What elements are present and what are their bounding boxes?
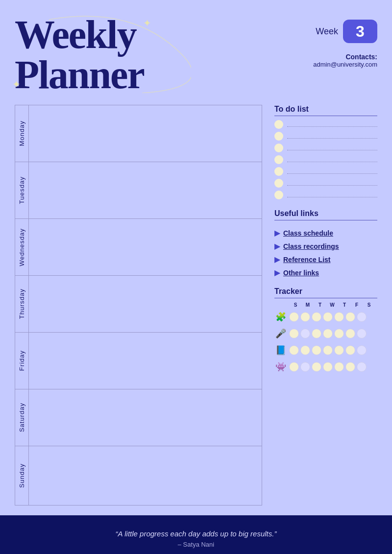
day-label-monday: Monday xyxy=(15,105,29,162)
footer: “A little progress each day adds up to b… xyxy=(0,515,392,554)
day-content-saturday[interactable] xyxy=(29,389,262,446)
week-label: Week xyxy=(316,26,338,37)
link-reference-list[interactable]: Reference List xyxy=(283,256,330,264)
tracker-dot[interactable] xyxy=(357,362,367,372)
link-class-recordings[interactable]: Class recordings xyxy=(283,242,339,250)
todo-dots-1 xyxy=(287,122,377,127)
day-content-monday[interactable] xyxy=(29,105,262,162)
link-item-class-recordings[interactable]: ▶ Class recordings xyxy=(274,241,377,251)
day-label-thursday: Thursday xyxy=(15,276,29,332)
cursor-icon-4: ▶ xyxy=(274,268,280,277)
contacts-email: admin@university.com xyxy=(313,61,377,68)
tracker-circles-4 xyxy=(289,362,367,372)
header-right: Week 3 Contacts: admin@university.com xyxy=(313,15,377,68)
tracker-icon-1: 🧩 xyxy=(274,311,287,323)
tracker-dot[interactable] xyxy=(289,312,299,322)
schedule: Monday Tuesday Wednesday Thursday xyxy=(15,105,262,506)
tracker-section: Tracker S M T W T F S 🧩 xyxy=(274,287,377,373)
tracker-dot[interactable] xyxy=(289,345,299,355)
tracker-dot[interactable] xyxy=(300,345,310,355)
day-content-sunday[interactable] xyxy=(29,446,262,505)
todo-dots-7 xyxy=(287,193,377,197)
todo-circle-1 xyxy=(274,120,283,129)
day-content-tuesday[interactable] xyxy=(29,162,262,218)
tracker-dot[interactable] xyxy=(334,345,344,355)
tracker-circles-2 xyxy=(289,329,367,338)
tracker-dot[interactable] xyxy=(334,329,344,338)
tracker-dot[interactable] xyxy=(334,362,344,372)
quote-author: – Satya Nani xyxy=(178,541,214,548)
tracker-dot[interactable] xyxy=(312,362,321,372)
todo-item-4 xyxy=(274,155,377,164)
week-badge: Week 3 xyxy=(313,20,377,43)
tracker-dot[interactable] xyxy=(312,312,321,322)
day-content-thursday[interactable] xyxy=(29,276,262,332)
tracker-dot[interactable] xyxy=(357,312,367,322)
day-label-saturday: Saturday xyxy=(15,389,29,446)
title-line2: Planner xyxy=(15,55,144,95)
day-row-friday: Friday xyxy=(15,333,262,389)
tracker-dot[interactable] xyxy=(300,312,310,322)
title-line1: Weekly xyxy=(15,15,144,55)
tracker-dot[interactable] xyxy=(323,312,333,322)
tracker-dot[interactable] xyxy=(289,362,299,372)
day-row-wednesday: Wednesday xyxy=(15,219,262,276)
tracker-dot[interactable] xyxy=(357,329,367,338)
tracker-dot[interactable] xyxy=(312,345,321,355)
tracker-dot[interactable] xyxy=(334,312,344,322)
link-item-class-schedule[interactable]: ▶ Class schedule xyxy=(274,228,377,238)
day-label-sunday: Sunday xyxy=(15,446,29,505)
tracker-dot[interactable] xyxy=(300,362,310,372)
tracker-dot[interactable] xyxy=(323,329,333,338)
tracker-row-4: 👾 xyxy=(274,361,377,373)
tracker-dot[interactable] xyxy=(345,345,355,355)
link-item-other-links[interactable]: ▶ Other links xyxy=(274,268,377,277)
contacts-label: Contacts: xyxy=(313,53,377,61)
sidebar: To do list xyxy=(274,105,377,506)
day-content-wednesday[interactable] xyxy=(29,219,262,275)
todo-item-7 xyxy=(274,191,377,199)
day-row-sunday: Sunday xyxy=(15,446,262,505)
tracker-section-title: Tracker xyxy=(274,287,377,298)
title-area: Weekly Planner ✦ ✦ xyxy=(15,15,144,95)
tracker-dot[interactable] xyxy=(357,345,367,355)
todo-circle-6 xyxy=(274,179,283,188)
tracker-dot[interactable] xyxy=(289,329,299,338)
todo-dots-4 xyxy=(287,157,377,162)
tracker-dot[interactable] xyxy=(323,362,333,372)
day-row-monday: Monday xyxy=(15,105,262,162)
tracker-row-2: 🎤 xyxy=(274,327,377,340)
tracker-dot[interactable] xyxy=(345,329,355,338)
tracker-dot[interactable] xyxy=(345,362,355,372)
todo-circle-7 xyxy=(274,191,283,199)
tracker-dot[interactable] xyxy=(323,345,333,355)
todo-section: To do list xyxy=(274,105,377,199)
main-layout: Monday Tuesday Wednesday Thursday xyxy=(15,105,377,506)
day-row-thursday: Thursday xyxy=(15,276,262,333)
tracker-icon-3: 📘 xyxy=(274,344,287,357)
todo-item-5 xyxy=(274,167,377,176)
tracker-dot[interactable] xyxy=(300,329,310,338)
tracker-icon-2: 🎤 xyxy=(274,327,287,340)
todo-circle-2 xyxy=(274,132,283,141)
tracker-days-header: S M T W T F S xyxy=(290,302,377,308)
cursor-icon-2: ▶ xyxy=(274,241,280,251)
links-section: Useful links ▶ Class schedule ▶ Class re… xyxy=(274,209,377,277)
tracker-row-1: 🧩 xyxy=(274,311,377,323)
tracker-row-3: 📘 xyxy=(274,344,377,357)
todo-dots-2 xyxy=(287,134,377,139)
main-content: Weekly Planner ✦ ✦ Week 3 Contacts: admi… xyxy=(0,0,392,515)
day-content-friday[interactable] xyxy=(29,333,262,389)
todo-circle-3 xyxy=(274,144,283,152)
link-item-reference-list[interactable]: ▶ Reference List xyxy=(274,255,377,264)
tracker-dot[interactable] xyxy=(312,329,321,338)
header: Weekly Planner ✦ ✦ Week 3 Contacts: admi… xyxy=(15,15,377,95)
tracker-dot[interactable] xyxy=(345,312,355,322)
cursor-icon-1: ▶ xyxy=(274,228,280,238)
link-class-schedule[interactable]: Class schedule xyxy=(283,229,333,237)
todo-section-title: To do list xyxy=(274,105,377,116)
contacts: Contacts: admin@university.com xyxy=(313,53,377,68)
todo-item-1 xyxy=(274,120,377,129)
todo-item-6 xyxy=(274,179,377,188)
link-other-links[interactable]: Other links xyxy=(283,269,319,277)
